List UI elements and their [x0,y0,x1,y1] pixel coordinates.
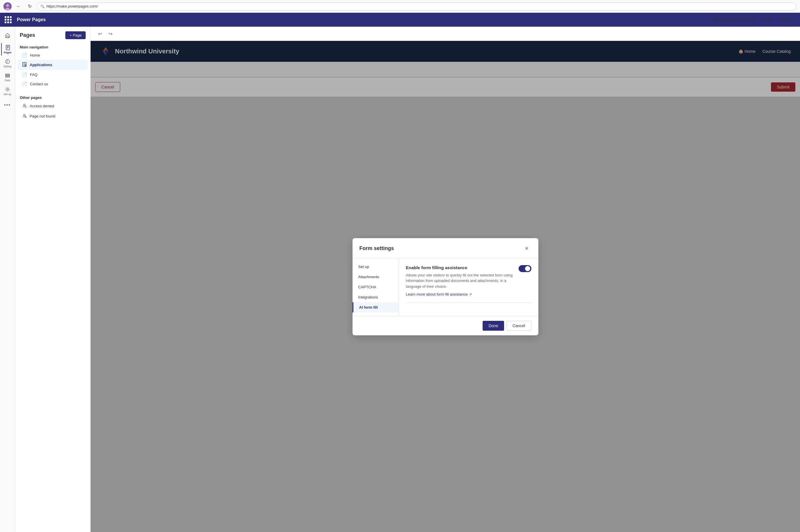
svg-point-13 [23,104,25,106]
styling-icon [5,59,11,64]
nav-panel-title: Pages [20,32,35,38]
document-active-icon [22,62,27,68]
refresh-button[interactable]: ↻ [25,2,34,11]
setup-label: Set up [3,93,11,96]
nav-item-contact[interactable]: 📄 Contact us [17,79,88,89]
pages-label: Pages [4,51,12,54]
setup-icon [5,87,11,92]
styling-label: Styling [3,65,11,68]
svg-rect-7 [5,74,10,75]
dialog-nav-setup[interactable]: Set up [352,262,399,272]
external-link-icon: ↗ [469,292,472,297]
data-label: Data [5,79,10,82]
user-avatar [3,2,12,11]
nav-panel-header: Pages + Page [15,31,90,43]
learn-more-text: Learn more about form fill assistance [406,292,468,297]
dialog-nav-integrations[interactable]: Integrations [352,292,399,302]
site-status: Saved [779,18,789,22]
redo-button[interactable]: ↪ [106,29,115,38]
url-text: https://make.powerpages.com/ [47,4,98,8]
form-fill-toggle[interactable] [519,265,531,272]
page-not-found-icon [22,113,27,119]
site-info-bar: Northwind University - Private - Saved ⌄ [707,13,800,27]
dialog-content-area: Enable form filling assistance Allows yo… [399,258,538,316]
more-icon: ••• [4,102,11,108]
toggle-container [519,265,531,272]
dialog-nav-attachments[interactable]: Attachments [352,272,399,282]
contact-document-icon: 📄 [22,81,27,86]
nav-item-home-label: Home [30,53,40,57]
sidebar-item-data[interactable]: Data [1,71,14,83]
site-name: Northwind University [721,18,755,22]
modal-overlay: Form settings ✕ Set up Attachments [91,41,800,532]
add-page-button[interactable]: + Page [65,31,86,39]
nav-item-faq[interactable]: 📄 FAQ [17,70,88,79]
svg-rect-8 [5,75,10,76]
sidebar-item-more[interactable]: ••• [1,99,14,111]
data-icon [5,73,11,78]
nav-item-access-denied-label: Access denied [30,104,54,108]
nav-panel: Pages + Page Main navigation 📄 Home Appl… [15,27,91,532]
toolbar: ↩ ↪ [91,27,800,41]
svg-point-10 [7,89,8,90]
undo-button[interactable]: ↩ [95,29,105,38]
nav-item-page-not-found[interactable]: Page not found [17,111,88,121]
dialog-nav-ai-form-fill[interactable]: AI form fill [352,302,399,312]
dialog-footer: Done Cancel [352,316,538,335]
site-separator1: - [757,18,759,22]
nav-item-access-denied[interactable]: Access denied [17,101,88,111]
nav-item-faq-label: FAQ [30,73,37,77]
site-separator2: - [775,18,776,22]
sidebar-item-styling[interactable]: Styling [1,57,14,70]
back-button[interactable]: ← [15,2,23,11]
main-content: ↩ ↪ Northwind University [91,27,800,532]
app-launcher-icon[interactable] [5,16,12,23]
faq-document-icon: 📄 [22,72,27,77]
app-title: Power Pages [17,17,46,22]
access-denied-icon [22,103,27,109]
site-chevron-icon[interactable]: ⌄ [792,18,794,22]
document-icon: 📄 [22,53,27,57]
setting-info: Enable form filling assistance Allows yo… [406,265,514,297]
setting-title: Enable form filling assistance [406,265,514,270]
setting-description: Allows your site visitors to quickly fil… [406,272,514,289]
browser-chrome: ← ↻ 🔍 https://make.powerpages.com/ [0,0,800,13]
nav-item-home[interactable]: 📄 Home [17,51,88,60]
other-nav-section: Other pages [15,93,90,101]
svg-point-1 [6,4,9,7]
sidebar-item-pages[interactable]: Pages [1,43,14,56]
nav-item-applications-label: Applications [30,63,52,67]
top-bar: Power Pages [0,13,800,27]
site-visibility: Private [761,18,772,22]
nav-item-applications[interactable]: Applications [17,60,88,70]
dialog-body: Set up Attachments CAPTCHA Integrations [352,258,538,316]
nav-item-page-not-found-label: Page not found [30,114,55,118]
dialog-close-button[interactable]: ✕ [522,244,531,253]
form-fill-setting-row: Enable form filling assistance Allows yo… [406,265,531,303]
nav-item-contact-label: Contact us [30,82,48,86]
dialog-title: Form settings [360,245,394,251]
dialog-nav-captcha[interactable]: CAPTCHA [352,282,399,292]
site-icon [713,17,718,22]
done-button[interactable]: Done [483,321,504,331]
svg-rect-5 [6,45,10,50]
home-icon [5,33,11,38]
cancel-button[interactable]: Cancel [506,321,531,331]
pages-icon [5,45,11,51]
dialog-sidebar: Set up Attachments CAPTCHA Integrations [352,258,399,316]
search-icon: 🔍 [40,4,45,8]
learn-more-link[interactable]: Learn more about form fill assistance ↗ [406,292,514,297]
address-bar[interactable]: 🔍 https://make.powerpages.com/ [37,2,797,11]
preview-area: Northwind University 🏠 Home Course Catal… [91,41,800,532]
svg-point-15 [23,114,25,116]
sidebar-item-home[interactable] [1,29,14,42]
form-settings-dialog: Form settings ✕ Set up Attachments [352,238,538,335]
svg-point-4 [716,18,717,19]
sidebar-item-setup[interactable]: Set up [1,85,14,97]
app-layout: Pages Styling Data Set up ••• [0,13,800,532]
sidebar-icons: Pages Styling Data Set up ••• [0,27,15,532]
dialog-header: Form settings ✕ [352,238,538,258]
svg-rect-9 [5,76,10,77]
main-nav-section: Main navigation [15,43,90,51]
